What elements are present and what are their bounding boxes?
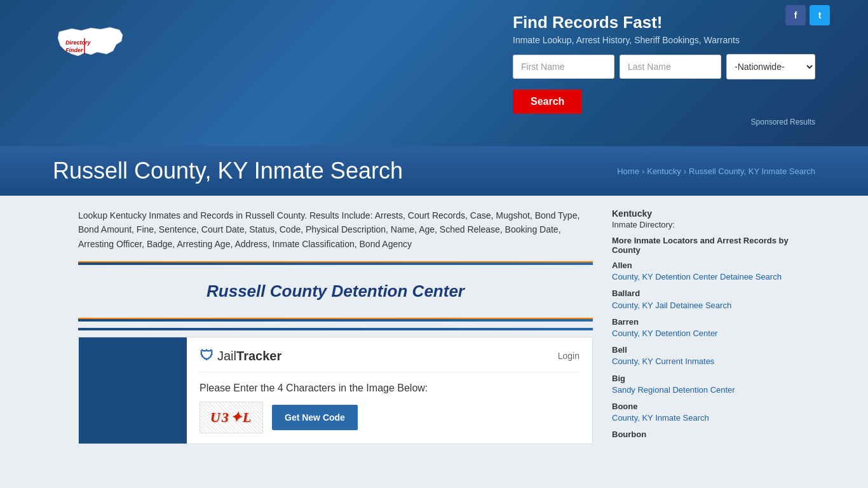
county-name-barren: Barren [612,316,790,328]
sponsored-text: Sponsored Results [513,118,815,126]
captcha-image: U3✦L [200,402,263,433]
svg-text:Finder: Finder [65,47,83,53]
sidebar-state: Kentucky [612,208,790,219]
breadcrumb-sep1: › [642,166,644,176]
twitter-button[interactable]: t [810,5,830,25]
logo-map-icon: Directory Finder [53,19,129,64]
mid-divider [78,318,593,322]
breadcrumb-home[interactable]: Home [617,166,639,176]
mid-divider-bottom [78,328,593,330]
search-area: Find Records Fast! Inmate Lookup, Arrest… [513,13,815,126]
svg-text:Directory: Directory [65,39,92,46]
breadcrumb-state[interactable]: Kentucky [647,166,681,176]
county-name-ballard: Ballard [612,288,790,299]
county-name-big: Big [612,373,790,384]
sidebar-link-bourbon[interactable]: Bourbon [612,429,790,440]
left-column: Lookup Kentucky Inmates and Records in R… [78,208,593,445]
jailtracker-logo-text: JailTracker [217,349,281,363]
page-title: Russell County, KY Inmate Search [53,158,403,184]
sidebar-link-ballard[interactable]: Ballard County, KY Jail Detainee Search [612,288,790,311]
jailtracker-header: 🛡 JailTracker Login [200,348,580,372]
jailtracker-shield-icon: 🛡 [200,348,214,364]
logo-area: Directory Finder [53,19,129,64]
sidebar-link-allen[interactable]: Allen County, KY Detention Center Detain… [612,260,790,283]
main-content: Lookup Kentucky Inmates and Records in R… [53,196,815,458]
tracker-text: Tracker [236,349,281,363]
sidebar-link-big-sandy[interactable]: Big Sandy Regional Detention Center [612,373,790,396]
right-column: Kentucky Inmate Directory: More Inmate L… [612,208,790,445]
state-select[interactable]: -Nationwide- [726,54,815,79]
facility-title-box: Russell County Detention Center [78,271,593,311]
county-name-boone: Boone [612,401,790,412]
find-records-subtitle: Inmate Lookup, Arrest History, Sheriff B… [513,35,815,45]
breadcrumb-current[interactable]: Russell County, KY Inmate Search [689,166,815,176]
county-name-bell: Bell [612,344,790,356]
sidebar-link-boone[interactable]: Boone County, KY Inmate Search [612,401,790,424]
captcha-label: Please Enter the 4 Characters in the Ima… [200,383,580,394]
jailtracker-sidebar [79,337,187,444]
breadcrumb-sep2: › [684,166,686,176]
first-name-input[interactable] [513,55,614,79]
top-divider [78,261,593,265]
county-name-bourbon: Bourbon [612,429,790,440]
sidebar-link-barren[interactable]: Barren County, KY Detention Center [612,316,790,339]
facebook-button[interactable]: f [785,5,806,25]
county-name-allen: Allen [612,260,790,271]
search-button[interactable]: Search [513,90,582,114]
breadcrumb: Home › Kentucky › Russell County, KY Inm… [617,166,815,176]
sidebar-link-bell[interactable]: Bell County, KY Current Inmates [612,344,790,367]
last-name-input[interactable] [620,55,721,79]
jailtracker-widget: 🛡 JailTracker Login Please Enter the 4 C… [78,337,593,444]
sidebar-more-title: More Inmate Locators and Arrest Records … [612,236,790,255]
jail-text: Jail [217,349,236,363]
login-link[interactable]: Login [558,351,580,361]
social-bar: f t [785,5,830,25]
sidebar-inmate-dir: Inmate Directory: [612,220,790,229]
new-code-button[interactable]: Get New Code [272,405,358,430]
jailtracker-logo: 🛡 JailTracker [200,348,281,364]
jailtracker-content: 🛡 JailTracker Login Please Enter the 4 C… [187,337,592,444]
sidebar-county-list: Allen County, KY Detention Center Detain… [612,260,790,440]
site-header: Directory Finder Find Records Fast! Inma… [0,0,868,146]
breadcrumb-bar: Russell County, KY Inmate Search Home › … [0,146,868,196]
find-records-title: Find Records Fast! [513,13,815,32]
captcha-row: U3✦L Get New Code [200,402,580,433]
facility-title: Russell County Detention Center [207,281,465,301]
description-text: Lookup Kentucky Inmates and Records in R… [78,208,593,251]
search-row: -Nationwide- [513,54,815,79]
sidebar-section: Kentucky Inmate Directory: More Inmate L… [612,208,790,440]
